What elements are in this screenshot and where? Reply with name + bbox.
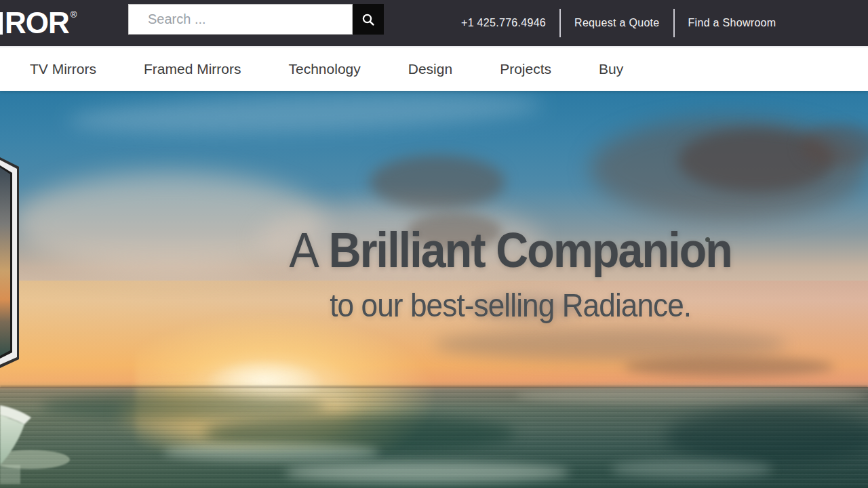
wave-foam (610, 460, 773, 478)
wave (41, 394, 326, 419)
topbar-divider (673, 9, 675, 37)
logo-registered-mark: ® (71, 9, 77, 20)
cloud-blob (624, 357, 834, 377)
topbar: ROR ® +1 425.776.4946 Request a Quote Fi… (0, 0, 868, 46)
cloud-wisp (67, 91, 542, 140)
logo-text: ROR (5, 8, 69, 38)
cloud-blob (434, 328, 787, 361)
logo-cropped-letter (0, 12, 3, 35)
nav-item-technology[interactable]: Technology (289, 61, 361, 77)
hero-subheading: to our best-selling Radiance. (181, 287, 840, 324)
hero-heading-group: ABrilliant Companion to our best-selling… (41, 224, 840, 324)
tv-mirror-product-image (0, 156, 22, 369)
wave-foam (163, 443, 380, 461)
phone-link[interactable]: +1 425.776.4946 (461, 17, 546, 29)
request-quote-link[interactable]: Request a Quote (574, 17, 659, 29)
brand-logo[interactable]: ROR ® (0, 0, 77, 46)
cloud-blob (370, 155, 505, 209)
boat-image (0, 397, 81, 488)
ocean-highlight (515, 387, 868, 405)
topbar-divider (559, 9, 561, 37)
search-button[interactable] (353, 4, 384, 35)
page: ROR ® +1 425.776.4946 Request a Quote Fi… (0, 0, 868, 488)
topbar-links: +1 425.776.4946 Request a Quote Find a S… (461, 0, 776, 46)
search-input[interactable] (128, 4, 353, 35)
nav-item-design[interactable]: Design (408, 61, 452, 77)
nav-item-projects[interactable]: Projects (500, 61, 551, 77)
nav-item-buy[interactable]: Buy (599, 61, 623, 77)
find-showroom-link[interactable]: Find a Showroom (688, 17, 776, 29)
wave-foam (285, 462, 570, 483)
nav-item-framed-mirrors[interactable]: Framed Mirrors (144, 61, 241, 77)
magnifier-icon (361, 13, 375, 26)
nav-item-tv-mirrors[interactable]: TV Mirrors (30, 61, 96, 77)
search-bar (128, 4, 384, 35)
wave (665, 409, 868, 464)
hero-heading: ABrilliant Companion (181, 224, 840, 277)
main-nav: TV Mirrors Framed Mirrors Technology Des… (0, 46, 868, 91)
hero-banner: ABrilliant Companion to our best-selling… (0, 91, 868, 488)
